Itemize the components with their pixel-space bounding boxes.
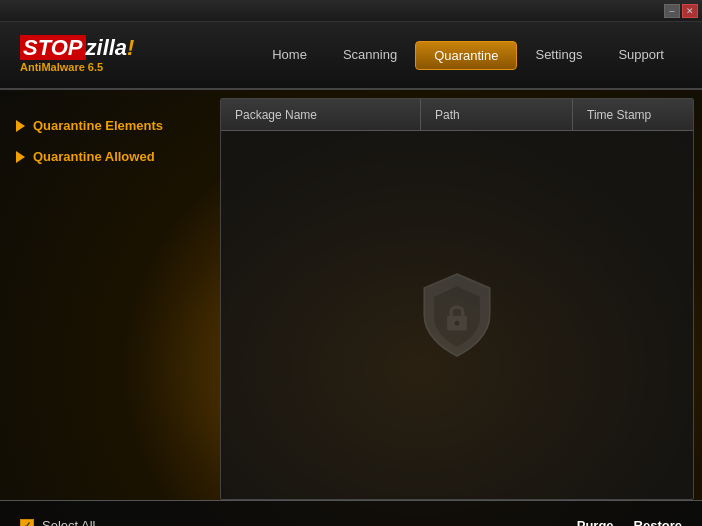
sidebar: Quarantine Elements Quarantine Allowed: [0, 90, 220, 500]
checkbox-check-icon: ✓: [23, 520, 31, 526]
content-area: Package Name Path Time Stamp: [220, 98, 694, 500]
minimize-button[interactable]: –: [664, 4, 680, 18]
svg-point-1: [455, 321, 460, 326]
table-header: Package Name Path Time Stamp: [221, 99, 693, 131]
logo: STOPzilla!: [20, 37, 134, 59]
select-all-area[interactable]: ✓ Select All: [20, 518, 95, 526]
sidebar-item-quarantine-elements[interactable]: Quarantine Elements: [10, 110, 210, 141]
header: STOPzilla! AntiMalware 6.5 Home Scanning…: [0, 22, 702, 90]
restore-button[interactable]: Restore: [634, 518, 682, 526]
nav-quarantine[interactable]: Quarantine: [415, 41, 517, 70]
select-all-checkbox[interactable]: ✓: [20, 519, 34, 527]
main-nav: Home Scanning Quarantine Settings Suppor…: [254, 41, 682, 70]
nav-support[interactable]: Support: [600, 41, 682, 70]
nav-scanning[interactable]: Scanning: [325, 41, 415, 70]
close-button[interactable]: ✕: [682, 4, 698, 18]
sidebar-item-quarantine-allowed[interactable]: Quarantine Allowed: [10, 141, 210, 172]
nav-home[interactable]: Home: [254, 41, 325, 70]
select-all-label: Select All: [42, 518, 95, 526]
col-path: Path: [421, 99, 573, 130]
arrow-icon-quarantine-allowed: [16, 151, 25, 163]
col-package-name: Package Name: [221, 99, 421, 130]
sidebar-label-quarantine-elements: Quarantine Elements: [33, 118, 163, 133]
bottom-bar: ✓ Select All Purge Restore: [0, 500, 702, 526]
logo-subtitle: AntiMalware 6.5: [20, 61, 103, 73]
titlebar: – ✕: [0, 0, 702, 22]
main-container: Quarantine Elements Quarantine Allowed P…: [0, 90, 702, 500]
logo-zilla: zilla: [86, 35, 128, 60]
purge-button[interactable]: Purge: [577, 518, 614, 526]
arrow-icon-quarantine-elements: [16, 120, 25, 132]
bottom-actions: Purge Restore: [577, 518, 682, 526]
shield-icon: [412, 270, 502, 360]
logo-exclaim: !: [127, 35, 134, 60]
logo-stop: STOP: [20, 35, 86, 60]
logo-area: STOPzilla! AntiMalware 6.5: [20, 37, 170, 73]
col-time-stamp: Time Stamp: [573, 99, 693, 130]
table-body: [221, 131, 693, 499]
nav-settings[interactable]: Settings: [517, 41, 600, 70]
sidebar-label-quarantine-allowed: Quarantine Allowed: [33, 149, 155, 164]
